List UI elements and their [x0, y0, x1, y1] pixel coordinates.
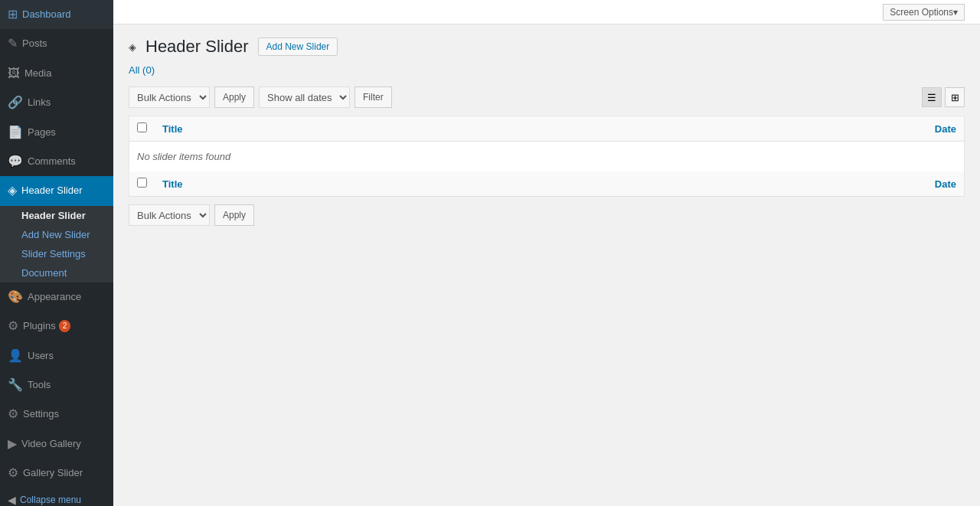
sidebar-item-label: Media: [24, 67, 51, 80]
sidebar-item-links[interactable]: 🔗 Links: [0, 88, 113, 117]
sidebar-item-document[interactable]: Document: [0, 263, 113, 282]
sidebar-item-media[interactable]: 🖼 Media: [0, 59, 113, 88]
sidebar-item-video-gallery[interactable]: ▶ Video Gallery: [0, 429, 113, 459]
sidebar-item-slider-settings[interactable]: Slider Settings: [0, 244, 113, 263]
list-view-button[interactable]: ☰: [922, 87, 942, 107]
gallery-slider-icon: ⚙: [8, 465, 18, 482]
title-sort-link-footer[interactable]: Title: [162, 178, 183, 190]
title-sort-link[interactable]: Title: [162, 123, 183, 135]
appearance-icon: 🎨: [8, 289, 23, 305]
sidebar-item-label: Comments: [28, 155, 76, 168]
sidebar-item-label: Posts: [22, 37, 47, 51]
check-all-th: [129, 116, 155, 142]
comments-icon: 💬: [8, 153, 23, 170]
sidebar-item-label: Plugins: [23, 319, 56, 333]
subsubsub-nav: All (0): [129, 64, 965, 76]
app-layout: ⊞ Dashboard ✎ Posts 🖼 Media 🔗 Links 📄 Pa…: [0, 0, 980, 506]
sidebar-item-settings[interactable]: ⚙ Settings: [0, 400, 113, 429]
submenu-header: Header Slider: [0, 206, 113, 225]
check-all-checkbox[interactable]: [137, 122, 147, 132]
main-content: Screen Options ◈ Header Slider Add New S…: [113, 0, 980, 506]
date-column-footer: Date: [888, 171, 965, 197]
settings-icon: ⚙: [8, 406, 18, 423]
collapse-label: Collapse menu: [20, 495, 81, 505]
show-all-dates-select[interactable]: Show all dates: [259, 87, 350, 108]
date-column-header: Date: [888, 116, 965, 142]
page-title: Header Slider: [145, 37, 249, 57]
sidebar-item-label: Header Slider: [21, 184, 83, 198]
apply-button-top[interactable]: Apply: [214, 87, 254, 108]
sidebar-item-label: Links: [28, 96, 51, 109]
posts-icon: ✎: [8, 35, 18, 52]
pages-icon: 📄: [8, 124, 23, 141]
sidebar-item-label: Dashboard: [22, 8, 71, 21]
sidebar-item-add-new-slider[interactable]: Add New Slider: [0, 225, 113, 244]
users-icon: 👤: [8, 348, 23, 364]
date-sort-link-footer[interactable]: Date: [935, 178, 956, 190]
links-icon: 🔗: [8, 94, 23, 111]
all-filter-link[interactable]: All (0): [129, 64, 155, 76]
bulk-actions-select-bottom[interactable]: Bulk Actions: [129, 204, 210, 226]
table-header-row: Title Date: [129, 116, 965, 142]
sidebar-item-users[interactable]: 👤 Users: [0, 341, 113, 371]
check-all-checkbox-footer[interactable]: [137, 178, 147, 188]
apply-button-bottom[interactable]: Apply: [214, 204, 254, 226]
sidebar-item-tools[interactable]: 🔧 Tools: [0, 371, 113, 400]
add-new-slider-button[interactable]: Add New Slider: [258, 38, 338, 56]
no-items-row: No slider items found: [129, 142, 965, 172]
sidebar-item-plugins[interactable]: ⚙ Plugins 2: [0, 312, 113, 341]
bottom-tablenav: Bulk Actions Apply: [129, 201, 965, 229]
sidebar-submenu-header-slider: Header Slider Add New Slider Slider Sett…: [0, 206, 113, 282]
plugins-badge: 2: [59, 320, 71, 332]
sidebar-item-label: Tools: [28, 378, 51, 392]
sidebar-item-label: Users: [28, 349, 54, 363]
video-gallery-icon: ▶: [8, 436, 17, 452]
sidebar-item-label: Video Gallery: [21, 437, 81, 451]
sidebar-item-label: Appearance: [28, 290, 81, 304]
top-tablenav: Bulk Actions Apply Show all dates Filter…: [129, 83, 965, 111]
sidebar-item-posts[interactable]: ✎ Posts: [0, 29, 113, 58]
check-all-th-footer: [129, 171, 155, 197]
bulk-actions-select-top[interactable]: Bulk Actions: [129, 87, 210, 108]
dashboard-icon: ⊞: [8, 6, 18, 23]
title-column-footer: Title: [155, 171, 888, 197]
no-items-message: No slider items found: [129, 142, 965, 172]
page-title-icon: ◈: [129, 41, 136, 53]
content-area: All (0) Bulk Actions Apply Show all date…: [113, 64, 980, 244]
sidebar-item-appearance[interactable]: 🎨 Appearance: [0, 282, 113, 312]
tools-icon: 🔧: [8, 377, 23, 393]
view-controls: ☰ ⊞: [922, 87, 965, 107]
screen-options-button[interactable]: Screen Options: [883, 4, 965, 21]
top-bar: Screen Options: [113, 0, 980, 24]
collapse-icon: ◀: [8, 494, 16, 506]
sidebar-item-header-slider[interactable]: ◈ Header Slider: [0, 176, 113, 205]
plugins-icon: ⚙: [8, 318, 18, 335]
grid-view-button[interactable]: ⊞: [945, 87, 965, 107]
sliders-table: Title Date No slider items found: [129, 116, 965, 197]
sidebar-item-label: Settings: [23, 407, 59, 421]
title-column-header: Title: [155, 116, 888, 142]
sidebar: ⊞ Dashboard ✎ Posts 🖼 Media 🔗 Links 📄 Pa…: [0, 0, 113, 506]
sidebar-item-gallery-slider[interactable]: ⚙ Gallery Slider: [0, 459, 113, 488]
sidebar-item-dashboard[interactable]: ⊞ Dashboard: [0, 0, 113, 29]
filter-button[interactable]: Filter: [354, 87, 392, 108]
header-slider-icon: ◈: [8, 182, 17, 199]
date-sort-link[interactable]: Date: [935, 123, 956, 135]
sidebar-item-comments[interactable]: 💬 Comments: [0, 147, 113, 176]
page-header: ◈ Header Slider Add New Slider: [113, 24, 980, 64]
sidebar-item-pages[interactable]: 📄 Pages: [0, 118, 113, 147]
sidebar-item-label: Gallery Slider: [23, 466, 83, 480]
table-footer-row: Title Date: [129, 171, 965, 197]
sidebar-item-label: Pages: [28, 126, 56, 139]
collapse-menu-button[interactable]: ◀ Collapse menu: [0, 488, 113, 506]
media-icon: 🖼: [8, 65, 20, 82]
